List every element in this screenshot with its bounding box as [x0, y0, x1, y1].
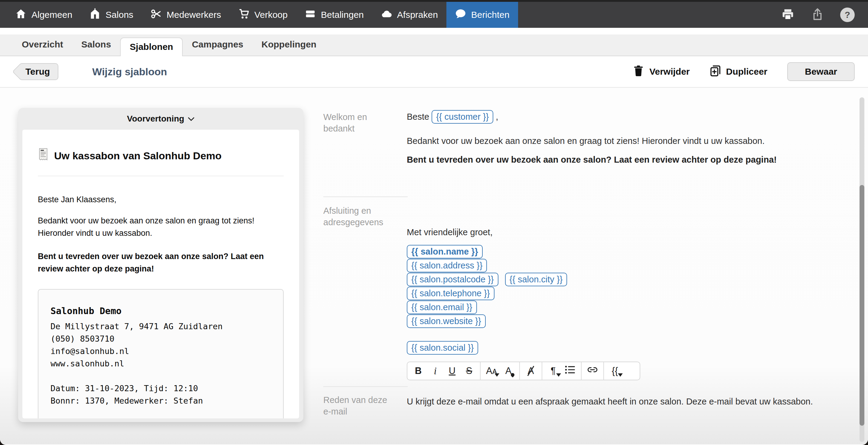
editor-reason-text[interactable]: U krijgt deze e-mail omdat u een afspraa… [407, 396, 839, 407]
home-icon [15, 8, 27, 22]
toolbar-group-link [582, 362, 603, 380]
bold-button[interactable]: B [410, 362, 427, 380]
back-button[interactable]: Terug [21, 63, 58, 80]
section-label-line: adresgegevens [323, 217, 405, 228]
chat-bubble-icon [455, 8, 466, 22]
formatting-toolbar: B i U S Aᴀ A A ¶ [407, 361, 640, 380]
receipt-emoji-icon [38, 148, 49, 164]
section-label-line: Reden van deze [323, 394, 405, 406]
salon-building-icon [89, 8, 101, 22]
preview-greeting: Beste Jan Klaassens, [38, 195, 284, 204]
nav-item-salons[interactable]: Salons [81, 2, 142, 28]
save-button-label: Bewaar [805, 66, 837, 76]
underline-button[interactable]: U [444, 362, 461, 380]
nav-item-betalingen[interactable]: Betalingen [296, 2, 372, 28]
scrollbar-thumb[interactable] [860, 185, 864, 426]
salutation-suffix: , [496, 112, 498, 122]
toolbar-group-font: Aᴀ A [480, 362, 519, 380]
nav-item-label: Verkoop [254, 10, 288, 20]
print-icon[interactable] [781, 7, 795, 22]
editor-welcome-salutation[interactable]: Beste {{ customer }} , [407, 110, 498, 124]
variable-chip-salon-address[interactable]: {{ salon.address }} [407, 259, 487, 273]
nav-item-verkoop[interactable]: Verkoop [229, 2, 296, 28]
bullet-list-icon [565, 365, 575, 377]
trash-icon [632, 65, 645, 79]
preview-paragraph: Bedankt voor uw bezoek aan onze salon en… [38, 215, 284, 240]
chevron-down-icon [188, 114, 194, 124]
preview-header[interactable]: Voorvertoning [18, 108, 303, 130]
toolbar-group-basic: B i U S [407, 362, 480, 380]
nav-item-label: Berichten [471, 10, 509, 20]
text-color-button[interactable]: A [500, 362, 517, 380]
paragraph-style-button-label: ¶ [551, 365, 556, 376]
nav-item-medewerkers[interactable]: Medewerkers [142, 2, 229, 28]
receipt-website: www.salonhub.nl [51, 357, 271, 370]
tab-campagnes[interactable]: Campagnes [183, 34, 252, 56]
payments-icon [305, 8, 316, 22]
variable-chip-salon-city[interactable]: {{ salon.city }} [505, 273, 567, 286]
clear-formatting-button[interactable]: A [522, 362, 539, 380]
insert-variable-button-label: {{ [612, 365, 618, 376]
app-window: Algemeen Salons Medewerkers Verkoop Beta… [0, 0, 868, 445]
bullet-list-button[interactable] [562, 362, 579, 380]
nav-item-label: Salons [105, 10, 133, 20]
nav-item-label: Afspraken [397, 10, 438, 20]
link-button[interactable] [584, 362, 601, 380]
insert-variable-button[interactable]: {{ [607, 362, 623, 380]
page-title: Wijzig sjabloon [92, 66, 167, 78]
editor-address-chips[interactable]: {{ salon.name }} {{ salon.address }} {{ … [407, 245, 567, 355]
help-icon[interactable]: ? [840, 7, 855, 22]
receipt-phone: (050) 8503710 [51, 332, 271, 345]
salutation-prefix: Beste [407, 112, 429, 122]
variable-chip-salon-email[interactable]: {{ salon.email }} [407, 300, 477, 314]
preview-divider [38, 176, 284, 176]
duplicate-icon [709, 65, 721, 79]
editor-closing-intro[interactable]: Met vriendelijke groet, [407, 227, 493, 237]
receipt-preview: Salonhub Demo De Millystraat 7, 9471 AG … [38, 289, 284, 418]
tab-salons[interactable]: Salons [72, 34, 120, 56]
share-icon[interactable] [810, 7, 825, 22]
toolbar-group-clear: A [520, 362, 542, 380]
section-label-line: Afsluiting en [323, 205, 405, 217]
section-label-afsluiting: Afsluiting en adresgegevens [323, 205, 405, 228]
tab-overzicht[interactable]: Overzicht [13, 34, 72, 56]
save-button[interactable]: Bewaar [787, 62, 855, 81]
editor-welcome-bold-paragraph[interactable]: Bent u tevreden over uw bezoek aan onze … [407, 155, 839, 165]
nav-item-berichten[interactable]: Berichten [446, 2, 518, 28]
receipt-blank-line [51, 370, 271, 382]
strikethrough-button-label: S [466, 365, 472, 376]
variable-chip-salon-postalcode[interactable]: {{ salon.postalcode }} [407, 273, 498, 286]
nav-item-label: Medewerkers [167, 10, 221, 20]
italic-button[interactable]: i [427, 362, 444, 380]
variable-chip-salon-name[interactable]: {{ salon.name }} [407, 245, 483, 258]
variable-chip-salon-social[interactable]: {{ salon.social }} [407, 341, 478, 355]
receipt-salon-name: Salonhub Demo [51, 305, 271, 317]
preview-title: Voorvertoning [127, 114, 184, 124]
strikethrough-button[interactable]: S [461, 362, 477, 380]
variable-chip-salon-website[interactable]: {{ salon.website }} [407, 314, 486, 328]
tab-sjablonen[interactable]: Sjablonen [120, 37, 183, 56]
variable-chip-customer[interactable]: {{ customer }} [432, 110, 493, 124]
font-size-button[interactable]: Aᴀ [483, 362, 500, 380]
cloud-icon [381, 8, 392, 22]
duplicate-button[interactable]: Dupliceer [709, 65, 768, 79]
section-divider [323, 196, 408, 197]
nav-item-algemeen[interactable]: Algemeen [7, 2, 81, 28]
font-size-button-label: Aᴀ [486, 365, 497, 376]
delete-button[interactable]: Verwijder [632, 65, 689, 79]
paragraph-style-button[interactable]: ¶ [545, 362, 562, 380]
editor-welcome-paragraph[interactable]: Bedankt voor uw bezoek aan onze salon en… [407, 136, 839, 146]
scrollbar-track[interactable] [860, 97, 864, 442]
section-label-line: Welkom en [323, 111, 405, 123]
section-divider [323, 386, 408, 387]
toolbar-group-variables: {{ [604, 362, 626, 380]
nav-item-afspraken[interactable]: Afspraken [372, 2, 446, 28]
page-header: Terug Wijzig sjabloon Verwijder Duplicee… [0, 56, 868, 88]
variable-chip-salon-telephone[interactable]: {{ salon.telephone }} [407, 287, 495, 300]
italic-button-label: i [434, 365, 436, 377]
section-label-welkom: Welkom en bedankt [323, 111, 405, 134]
main-content: Voorvertoning Uw kassabon van Salonhub D… [0, 88, 868, 444]
link-icon [587, 365, 598, 377]
tab-koppelingen[interactable]: Koppelingen [252, 34, 326, 56]
preview-heading-text: Uw kassabon van Salonhub Demo [54, 150, 222, 162]
